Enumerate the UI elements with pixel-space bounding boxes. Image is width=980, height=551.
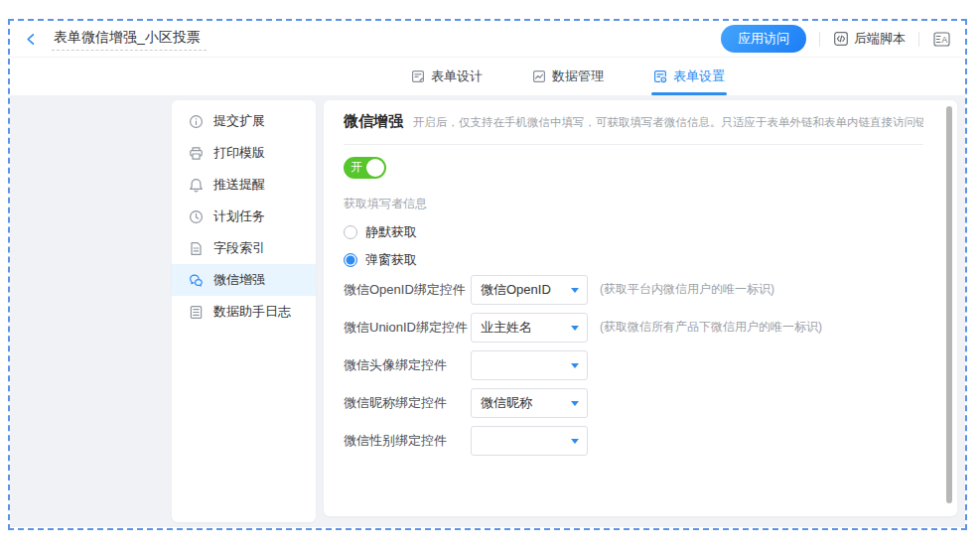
openid-select[interactable]: 微信OpenID bbox=[471, 275, 588, 305]
toggle-knob bbox=[366, 159, 384, 177]
svg-text:A: A bbox=[942, 34, 948, 44]
file-icon bbox=[189, 241, 204, 256]
tab-label: 数据管理 bbox=[552, 68, 604, 85]
sidebar-item-scheduled-tasks[interactable]: 计划任务 bbox=[172, 201, 316, 232]
field-label: 微信性别绑定控件 bbox=[344, 432, 471, 450]
page-title[interactable]: 表单微信增强_小区投票 bbox=[52, 28, 207, 51]
printer-icon bbox=[189, 146, 204, 161]
sidebar-item-label: 数据助手日志 bbox=[213, 303, 291, 321]
divider bbox=[819, 32, 820, 47]
field-label: 微信OpenID绑定控件 bbox=[344, 281, 471, 299]
tabs-group: 表单设计 数据管理 表单设置 bbox=[409, 58, 727, 95]
tab-label: 表单设计 bbox=[431, 68, 483, 85]
settings-panel: 微信增强 开启后，仅支持在手机微信中填写，可获取填写者微信信息。只适应于表单外链… bbox=[324, 100, 957, 516]
panel-description: 开启后，仅支持在手机微信中填写，可获取填写者微信信息。只适应于表单外链和表单内链… bbox=[413, 115, 923, 130]
avatar-select[interactable] bbox=[471, 350, 588, 380]
vertical-scrollbar[interactable] bbox=[946, 106, 952, 503]
sidebar-item-label: 提交扩展 bbox=[213, 112, 265, 130]
caret-down-icon bbox=[571, 288, 579, 293]
sidebar-item-wechat-enhance[interactable]: 微信增强 bbox=[172, 264, 316, 296]
radio-label: 弹窗获取 bbox=[365, 251, 417, 269]
field-label: 微信UnionID绑定控件 bbox=[344, 319, 471, 337]
translate-button[interactable]: A bbox=[932, 31, 951, 48]
sidebar-item-label: 字段索引 bbox=[213, 239, 265, 257]
topbar-actions: 应用访问 后端脚本 A bbox=[721, 25, 951, 53]
field-row-avatar: 微信头像绑定控件 bbox=[344, 348, 923, 381]
backend-script-label: 后端脚本 bbox=[854, 30, 906, 48]
field-label: 微信头像绑定控件 bbox=[344, 356, 471, 374]
sidebar-item-print-template[interactable]: 打印模版 bbox=[172, 137, 316, 169]
settings-sidebar: 提交扩展 打印模版 推送提醒 计划任务 bbox=[172, 100, 316, 522]
sidebar-item-data-helper-log[interactable]: 数据助手日志 bbox=[172, 296, 316, 328]
field-row-openid: 微信OpenID绑定控件 微信OpenID (获取平台内微信用户的唯一标识) bbox=[344, 273, 923, 306]
tabbar: 表单设计 数据管理 表单设置 bbox=[10, 58, 965, 95]
select-value: 微信昵称 bbox=[481, 394, 532, 412]
caret-down-icon bbox=[571, 363, 579, 368]
chevron-left-icon bbox=[24, 32, 39, 47]
select-value: 业主姓名 bbox=[481, 319, 532, 337]
clock-icon bbox=[189, 209, 204, 224]
toggle-on-label: 开 bbox=[350, 159, 362, 176]
select-value: 微信OpenID bbox=[481, 281, 551, 299]
translate-icon: A bbox=[932, 31, 951, 48]
tab-label: 表单设置 bbox=[673, 68, 725, 85]
topbar: 表单微信增强_小区投票 应用访问 后端脚本 A bbox=[10, 21, 965, 58]
nickname-select[interactable]: 微信昵称 bbox=[471, 388, 588, 418]
tab-form-design[interactable]: 表单设计 bbox=[409, 58, 485, 95]
caret-down-icon bbox=[571, 439, 579, 444]
code-icon bbox=[833, 31, 849, 47]
sidebar-item-push-reminder[interactable]: 推送提醒 bbox=[172, 169, 316, 201]
unionid-select[interactable]: 业主姓名 bbox=[471, 313, 588, 343]
divider bbox=[918, 32, 919, 47]
log-icon bbox=[189, 305, 204, 320]
app-access-button[interactable]: 应用访问 bbox=[721, 25, 806, 53]
field-row-gender: 微信性别绑定控件 bbox=[344, 424, 923, 457]
bell-icon bbox=[189, 178, 204, 193]
field-hint: (获取微信所有产品下微信用户的唯一标识) bbox=[600, 319, 822, 336]
radio-button[interactable] bbox=[344, 225, 357, 239]
back-button[interactable] bbox=[20, 28, 42, 50]
radio-label: 静默获取 bbox=[365, 223, 417, 241]
data-management-icon bbox=[532, 69, 546, 83]
radio-popup-fetch[interactable]: 弹窗获取 bbox=[344, 252, 923, 268]
field-label: 微信昵称绑定控件 bbox=[344, 394, 471, 412]
sidebar-item-label: 计划任务 bbox=[213, 207, 265, 225]
info-icon bbox=[189, 114, 204, 129]
field-hint: (获取平台内微信用户的唯一标识) bbox=[600, 281, 774, 298]
radio-silent-fetch[interactable]: 静默获取 bbox=[344, 224, 923, 240]
tab-form-settings[interactable]: 表单设置 bbox=[651, 58, 727, 95]
panel-title: 微信增强 bbox=[344, 112, 403, 131]
panel-header: 微信增强 开启后，仅支持在手机微信中填写，可获取填写者微信信息。只适应于表单外链… bbox=[344, 112, 923, 145]
field-row-nickname: 微信昵称绑定控件 微信昵称 bbox=[344, 386, 923, 419]
caret-down-icon bbox=[571, 326, 579, 331]
app-window: 表单微信增强_小区投票 应用访问 后端脚本 A bbox=[8, 19, 967, 530]
sidebar-item-label: 微信增强 bbox=[213, 271, 265, 289]
section-label: 获取填写者信息 bbox=[344, 196, 923, 212]
form-settings-icon bbox=[653, 69, 667, 83]
caret-down-icon bbox=[571, 401, 579, 406]
app-body: 提交扩展 打印模版 推送提醒 计划任务 bbox=[10, 95, 965, 527]
sidebar-item-label: 打印模版 bbox=[213, 144, 265, 162]
wechat-enhance-toggle[interactable]: 开 bbox=[344, 157, 386, 179]
tab-data-management[interactable]: 数据管理 bbox=[530, 58, 606, 95]
radio-button[interactable] bbox=[344, 253, 357, 267]
field-row-unionid: 微信UnionID绑定控件 业主姓名 (获取微信所有产品下微信用户的唯一标识) bbox=[344, 311, 923, 344]
backend-script-button[interactable]: 后端脚本 bbox=[833, 30, 906, 48]
sidebar-item-label: 推送提醒 bbox=[213, 176, 265, 194]
gender-select[interactable] bbox=[471, 426, 588, 456]
sidebar-item-submit-extension[interactable]: 提交扩展 bbox=[172, 105, 316, 137]
form-design-icon bbox=[411, 69, 425, 83]
wechat-icon bbox=[189, 273, 204, 288]
sidebar-item-field-index[interactable]: 字段索引 bbox=[172, 232, 316, 264]
